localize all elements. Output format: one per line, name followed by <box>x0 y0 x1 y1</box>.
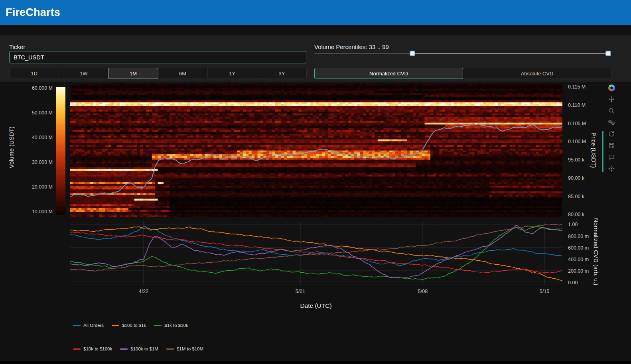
legend-label: $10k to $100k <box>83 346 112 351</box>
pan-icon[interactable] <box>607 95 615 103</box>
cvd-tick: 600.00 m <box>568 245 589 251</box>
price-tick: 85.00 k <box>568 193 584 200</box>
cvd-tick: 800.00 m <box>568 233 589 240</box>
legend-item[interactable]: $100 to $1k <box>112 323 146 328</box>
legend-label: All Orders <box>83 323 104 328</box>
legend-swatch <box>73 325 81 326</box>
cvd-tick: 400.00 m <box>568 256 589 263</box>
timeframe-1d-button[interactable]: 1D <box>9 68 59 79</box>
timeframe-6m-button[interactable]: 6M <box>158 68 208 79</box>
hover-tooltip-icon[interactable] <box>607 153 615 161</box>
absolute-cvd-button[interactable]: Absolute CVD <box>463 68 611 79</box>
legend-item[interactable]: $1k to $10k <box>154 323 188 328</box>
date-tick: 5/08 <box>418 288 428 295</box>
ticker-input[interactable] <box>9 51 306 63</box>
legend-swatch <box>73 348 81 350</box>
modebar-accent-line <box>602 131 603 172</box>
timeframe-1m-button[interactable]: 1M <box>108 68 158 79</box>
volume-colorbar <box>56 87 65 215</box>
price-tick: 0.115 M <box>568 84 586 90</box>
plotly-logo-icon[interactable] <box>607 84 615 92</box>
price-tick: 90.00 k <box>568 175 584 181</box>
legend-swatch <box>112 325 119 326</box>
legend-item[interactable]: $10k to $100k <box>73 346 112 351</box>
volume-percentiles-slider[interactable] <box>314 50 611 57</box>
app-title: FireCharts <box>6 6 60 19</box>
legend-item[interactable]: $100k to $1M <box>120 346 158 351</box>
timeframe-group: 1D1W1M6M1Y3Y <box>9 68 306 79</box>
volume-tick: 60.000 M <box>21 85 53 91</box>
price-tick: 80.00 k <box>568 211 584 218</box>
slider-handle-low[interactable] <box>410 51 415 56</box>
cvd-tick: 1.00 <box>568 221 578 228</box>
bottom-bar <box>0 361 631 364</box>
volume-tick: 40.000 M <box>21 134 53 141</box>
price-axis-title: Price (USDT) <box>590 132 597 168</box>
slider-selected-range <box>412 53 608 54</box>
x-axis-title: Date (UTC) <box>300 302 331 309</box>
timeframe-3y-button[interactable]: 3Y <box>257 68 307 79</box>
legend-label: $100 to $1k <box>122 323 146 328</box>
volume-tick: 20.000 M <box>21 184 53 190</box>
legend-item[interactable]: All Orders <box>73 323 104 328</box>
plotly-modebar <box>605 84 617 173</box>
save-icon[interactable] <box>607 142 615 150</box>
header-substrip <box>0 25 631 35</box>
normalized-cvd-button[interactable]: Normalized CVD <box>314 68 463 79</box>
legend-label: $1M to $10M <box>177 346 203 351</box>
legend-item[interactable]: $1M to $10M <box>166 346 203 351</box>
legend-row-2: $10k to $100k$100k to $1M$1M to $10M <box>73 346 203 351</box>
date-tick: 5/15 <box>540 288 549 295</box>
volume-tick: 50.000 M <box>21 110 53 116</box>
heatmap-canvas[interactable] <box>70 84 562 217</box>
cvd-canvas[interactable] <box>70 221 562 285</box>
date-tick: 4/22 <box>139 288 148 295</box>
zoom-in-out-icon[interactable] <box>607 118 615 126</box>
cvd-tick: 200.00 m <box>568 268 589 274</box>
plot-container: Volume (USDT) 60.000 M50.000 M40.000 M30… <box>0 82 631 361</box>
app-header: FireCharts <box>0 0 631 25</box>
ticker-label: Ticker <box>9 43 25 50</box>
price-tick: 95.00 k <box>568 157 584 163</box>
volume-tick: 10.000 M <box>21 209 53 215</box>
box-zoom-icon[interactable] <box>607 107 615 115</box>
date-tick: 5/01 <box>296 288 305 295</box>
slider-handle-high[interactable] <box>605 51 611 56</box>
price-tick: 0.105 M <box>568 120 586 127</box>
price-tick: 0.100 M <box>568 138 586 145</box>
reset-axes-icon[interactable] <box>607 130 615 138</box>
cvd-axis-title: Normalized CVD (arb. u.) <box>593 218 599 285</box>
legend-swatch <box>154 325 162 326</box>
legend-swatch <box>120 348 128 350</box>
volume-percentiles-label: Volume Percentiles: 33 .. 99 <box>314 43 389 50</box>
legend-swatch <box>166 348 174 350</box>
timeframe-1y-button[interactable]: 1Y <box>207 68 257 79</box>
legend-row-1: All Orders$100 to $1k$1k to $10k <box>73 323 188 328</box>
legend-label: $1k to $10k <box>164 323 188 328</box>
spikelines-icon[interactable] <box>607 165 615 173</box>
legend-label: $100k to $1M <box>130 346 158 351</box>
volume-tick: 30.000 M <box>21 159 53 165</box>
price-tick: 0.110 M <box>568 102 586 108</box>
cvd-mode-group: Normalized CVDAbsolute CVD <box>314 68 611 79</box>
cvd-tick: 0.00 <box>568 279 578 286</box>
timeframe-1w-button[interactable]: 1W <box>59 68 108 79</box>
volume-axis-title: Volume (USDT) <box>8 126 15 168</box>
